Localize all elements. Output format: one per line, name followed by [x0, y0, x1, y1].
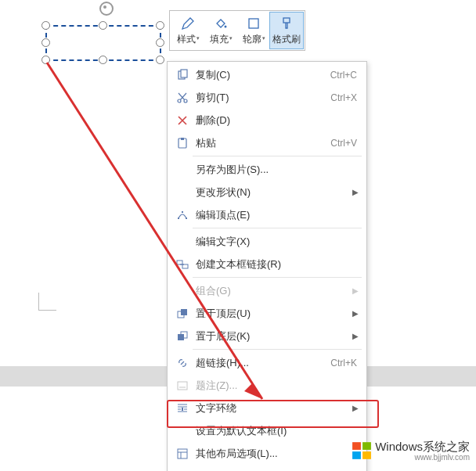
resize-handle-e[interactable]: [156, 38, 164, 47]
copy-icon: [172, 69, 193, 81]
outline-button[interactable]: 轮廓 ▾: [237, 13, 270, 49]
edit-points-icon: [172, 209, 193, 221]
fill-button[interactable]: 填充 ▾: [204, 13, 237, 49]
submenu-arrow-icon: ▶: [352, 404, 360, 412]
menu-cut[interactable]: 剪切(T) Ctrl+X: [168, 86, 366, 109]
menu-set-default-textbox[interactable]: 设置为默认文本框(I): [168, 419, 366, 442]
svg-rect-36: [362, 451, 371, 459]
menu-group: 组合(G) ▶: [168, 279, 366, 302]
format-painter-label: 格式刷: [272, 33, 301, 46]
svg-point-0: [225, 25, 227, 27]
resize-handle-n[interactable]: [99, 21, 107, 30]
pencil-icon: [180, 16, 196, 31]
menu-send-to-back[interactable]: 置于底层(K) ▶: [168, 325, 366, 347]
menu-separator: [193, 156, 362, 156]
svg-rect-17: [178, 334, 184, 340]
brush-icon: [279, 16, 294, 31]
context-menu: 复制(C) Ctrl+C 剪切(T) Ctrl+X 删除(D) 粘贴 Ctrl+…: [167, 61, 367, 471]
menu-label: 剪切(T): [193, 91, 330, 105]
menu-separator: [193, 228, 362, 228]
bring-front-icon: [172, 307, 193, 320]
menu-edit-points[interactable]: 编辑顶点(E): [168, 203, 366, 226]
svg-rect-1: [249, 19, 258, 28]
menu-edit-text[interactable]: 编辑文字(X): [168, 230, 366, 253]
watermark-title: Windows系统之家: [375, 440, 470, 454]
menu-label: 组合(G): [193, 284, 352, 298]
svg-rect-9: [178, 218, 179, 219]
dropdown-arrow-icon: ▾: [262, 35, 265, 41]
menu-shortcut: Ctrl+C: [330, 70, 360, 81]
link-icon: [172, 357, 193, 369]
menu-label: 其他布局选项(L)...: [193, 447, 360, 461]
submenu-arrow-icon: ▶: [352, 286, 360, 295]
windows-logo-icon: [352, 440, 372, 461]
menu-copy[interactable]: 复制(C) Ctrl+C: [168, 63, 366, 86]
menu-label: 超链接(H)...: [193, 356, 330, 370]
menu-bring-to-front[interactable]: 置于顶层(U) ▶: [168, 302, 366, 325]
svg-rect-2: [283, 18, 290, 23]
menu-paste[interactable]: 粘贴 Ctrl+V: [168, 131, 366, 154]
menu-separator: [193, 277, 362, 278]
menu-label: 另存为图片(S)...: [193, 163, 360, 177]
svg-rect-15: [181, 309, 187, 315]
menu-label: 删除(D): [193, 113, 360, 128]
menu-caption: 题注(Z)...: [168, 374, 366, 397]
resize-handle-w[interactable]: [41, 38, 50, 47]
menu-separator: [193, 349, 362, 350]
paste-icon: [172, 137, 193, 149]
menu-label: 编辑文字(X): [193, 235, 360, 249]
menu-label: 粘贴: [193, 136, 330, 150]
layout-icon: [172, 448, 193, 460]
menu-label: 编辑顶点(E): [193, 208, 360, 222]
svg-rect-12: [177, 261, 182, 264]
watermark-url: www.bjjmlv.com: [375, 453, 470, 462]
dropdown-arrow-icon: ▾: [229, 35, 233, 41]
bucket-icon: [213, 16, 229, 31]
menu-label: 置于顶层(U): [193, 307, 352, 321]
menu-change-shape[interactable]: 更改形状(N) ▶: [168, 181, 366, 203]
svg-rect-13: [182, 264, 188, 268]
fill-label: 填充: [210, 33, 229, 46]
menu-create-textbox-link[interactable]: 创建文本框链接(R): [168, 253, 366, 275]
send-back-icon: [172, 330, 193, 343]
style-label: 样式: [177, 33, 196, 46]
svg-rect-33: [352, 442, 361, 450]
style-button[interactable]: 样式 ▾: [171, 13, 204, 49]
page-corner-mark: [38, 293, 56, 311]
svg-rect-26: [178, 449, 187, 458]
watermark: Windows系统之家 www.bjjmlv.com: [352, 440, 470, 462]
menu-label: 置于底层(K): [193, 329, 352, 343]
resize-handle-s[interactable]: [99, 56, 107, 64]
menu-more-layout-options[interactable]: 其他布局选项(L)...: [168, 442, 366, 465]
dropdown-arrow-icon: ▾: [197, 35, 200, 41]
menu-save-as-picture[interactable]: 另存为图片(S)...: [168, 158, 366, 181]
menu-format-object[interactable]: 设置对象格式(O)...: [168, 465, 366, 471]
caption-icon: [172, 379, 193, 392]
floating-toolbar: 样式 ▾ 填充 ▾ 轮廓 ▾ 格式刷: [169, 10, 305, 51]
format-painter-button[interactable]: 格式刷: [269, 12, 304, 49]
menu-shortcut: Ctrl+V: [330, 138, 360, 149]
wrap-icon: [172, 402, 193, 415]
svg-rect-34: [362, 442, 371, 450]
svg-rect-35: [352, 451, 361, 459]
menu-label: 题注(Z)...: [193, 379, 360, 393]
resize-handle-ne[interactable]: [156, 21, 164, 30]
outline-icon: [246, 16, 261, 31]
resize-handle-sw[interactable]: [41, 56, 50, 64]
menu-delete[interactable]: 删除(D): [168, 109, 366, 131]
scissors-icon: [172, 92, 193, 104]
textbox-link-icon: [172, 258, 193, 271]
resize-handle-nw[interactable]: [41, 21, 50, 30]
delete-icon: [172, 114, 193, 127]
submenu-arrow-icon: ▶: [352, 188, 360, 196]
svg-rect-24: [182, 408, 183, 411]
resize-handle-se[interactable]: [156, 56, 164, 64]
rotation-handle[interactable]: [99, 2, 114, 16]
menu-shortcut: Ctrl+K: [330, 358, 360, 369]
menu-shortcut: Ctrl+X: [330, 92, 360, 103]
menu-hyperlink[interactable]: 超链接(H)... Ctrl+K: [168, 351, 366, 374]
menu-label: 设置为默认文本框(I): [193, 424, 360, 438]
svg-rect-8: [181, 138, 184, 140]
svg-rect-4: [181, 70, 187, 77]
menu-text-wrapping[interactable]: 文字环绕 ▶: [168, 397, 366, 419]
